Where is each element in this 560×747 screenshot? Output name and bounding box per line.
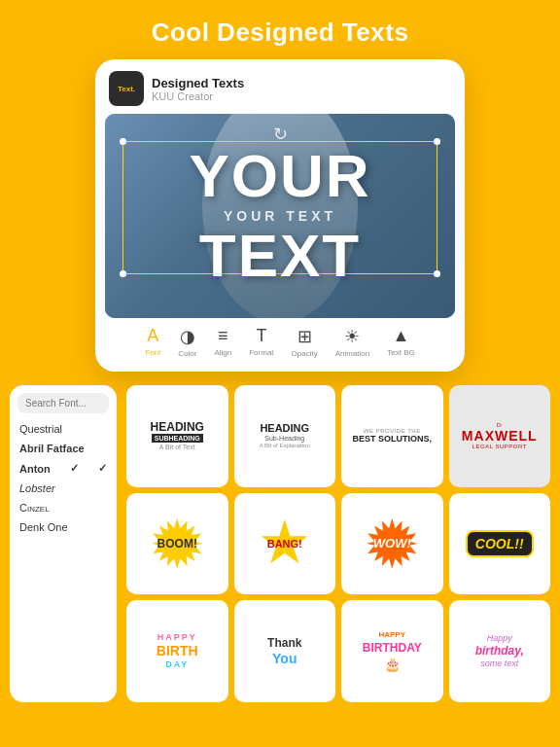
app-icon: Text. [109,71,144,106]
textbg-icon: ▲ [393,326,410,346]
t1-bit: A Bit of Text [159,444,195,450]
search-font-input[interactable] [18,393,109,413]
hbd1-happy: HAPPY [158,632,197,642]
toolbar-animation[interactable]: ☀ Animation [335,326,370,358]
color-icon: ◑ [180,326,195,347]
font-icon: A [147,326,158,346]
bottom-area: Questrial Abril Fatface Anton ✓ Lobster … [0,385,560,702]
canvas-area[interactable]: ↻ YOUR YOUR TEXT TEXT [105,114,455,318]
hbd2-icon: 🎂 [384,657,401,672]
app-card: Text. Designed Texts KUU Creator ↻ YOUR … [95,59,465,372]
template-best-solutions[interactable]: WE PROVIDE THE BEST SOLUTIONS, [341,385,443,487]
font-item-denk-one[interactable]: Denk One [18,517,109,537]
app-name: Designed Texts [152,76,244,90]
app-header: Text. Designed Texts KUU Creator [105,69,455,114]
toolbar: A Font ◑ Color ≡ Align T Format ⊞ Opacit… [105,318,455,362]
boom-text: BOOM! [158,537,197,551]
hbd3-happy: Happy [487,633,512,643]
template-wow[interactable]: WOW! [341,493,443,595]
selected-checkmark: ✓ [70,462,79,475]
t3-line2: BEST SOLUTIONS, [352,435,432,445]
t4-sub: LEGAL SUPPORT [472,444,527,449]
template-bang[interactable]: BANG! [234,493,336,595]
t1-subheading: SUBHEADING [152,434,203,443]
format-icon: T [256,326,266,346]
cool-text: COOL!! [475,536,524,551]
hbd1-day: DAY [165,659,189,669]
ty-you: You [272,651,297,666]
font-item-cinzel[interactable]: Cinzel [18,498,109,517]
hbd3-line3: some text [480,658,518,668]
template-maxwell[interactable]: D: MAXWELL LEGAL SUPPORT [449,385,551,487]
app-subtitle: KUU Creator [152,90,244,102]
template-cool[interactable]: COOL!! [449,493,551,595]
rotate-icon[interactable]: ↻ [273,124,288,145]
ty-thank: Thank [267,636,301,650]
t3-line1: WE PROVIDE THE [364,428,421,434]
hbd2-happy: HAPPY [378,630,405,639]
boom-shape: BOOM! [152,518,202,569]
t4-name: MAXWELL [462,429,538,443]
toolbar-format[interactable]: T Format [249,326,273,357]
font-sidebar: Questrial Abril Fatface Anton ✓ Lobster … [10,385,117,702]
hbd1-birth: BiRTh [157,643,198,658]
bang-text: BANG! [267,538,302,550]
font-item-anton[interactable]: Anton ✓ [18,458,109,479]
canvas-text-your[interactable]: YOUR [189,146,370,206]
font-item-questrial[interactable]: Questrial [18,419,109,439]
page-title: Cool Designed Texts [0,0,560,59]
font-item-abril-fatface[interactable]: Abril Fatface [18,439,109,458]
template-thank-you[interactable]: Thank You [234,600,336,702]
animation-icon: ☀ [344,326,360,347]
template-happy-birthday-2[interactable]: HAPPY BIRTHDAY 🎂 [341,600,443,702]
bang-shape: BANG! [267,538,302,550]
canvas-text-text[interactable]: TEXT [199,226,361,286]
template-heading-minimal[interactable]: Heading Sub-Heading A Bit of Explanation [234,385,336,487]
template-boom[interactable]: BOOM! [126,493,228,595]
t1-heading: HEADING [151,421,204,433]
hbd2-birthday: BIRTHDAY [363,641,422,655]
align-icon: ≡ [218,326,228,346]
t2-bit: A Bit of Explanation [260,443,310,448]
cool-shape: COOL!! [466,530,534,557]
toolbar-font[interactable]: A Font [145,326,160,357]
toolbar-align[interactable]: ≡ Align [214,326,231,357]
t2-heading: Heading [260,423,309,434]
template-happy-birthday-cursive[interactable]: Happy birthday, some text [449,600,551,702]
t2-subheading: Sub-Heading [264,435,304,442]
wow-text: WOW! [373,536,411,551]
template-happy-birthday-1[interactable]: HAPPY BiRTh DAY [126,600,228,702]
font-item-lobster[interactable]: Lobster [18,479,109,498]
toolbar-color[interactable]: ◑ Color [178,326,196,358]
opacity-icon: ⊞ [298,326,312,347]
toolbar-opacity[interactable]: ⊞ Opacity [292,326,318,358]
template-heading-subheading[interactable]: HEADING SUBHEADING A Bit of Text [126,385,228,487]
template-grid: HEADING SUBHEADING A Bit of Text Heading… [126,385,550,702]
wow-shape: WOW! [367,518,417,569]
app-info: Designed Texts KUU Creator [152,76,244,102]
toolbar-textbg[interactable]: ▲ Text BG [387,326,414,357]
hbd3-birthday: birthday, [475,644,524,658]
